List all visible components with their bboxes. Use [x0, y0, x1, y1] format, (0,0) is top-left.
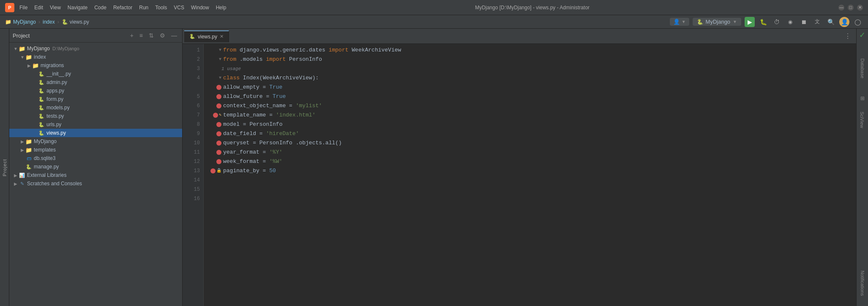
minimize-button[interactable]: —: [838, 5, 844, 11]
breadcrumb-label-views[interactable]: views.py: [70, 19, 89, 25]
project-panel-label[interactable]: Project: [2, 159, 7, 176]
breakpoint-15[interactable]: [210, 168, 216, 173]
breakpoint-11[interactable]: [216, 131, 221, 136]
tree-label-urls[interactable]: urls.py: [46, 122, 61, 127]
tree-item-form[interactable]: ▶ 🐍 form.py: [9, 95, 182, 103]
avatar-button[interactable]: 👤: [839, 17, 849, 27]
breadcrumb-index[interactable]: index: [43, 19, 55, 25]
tree-expand-index[interactable]: ▼: [19, 55, 25, 60]
tree-item-apps[interactable]: ▶ 🐍 apps.py: [9, 87, 182, 95]
menu-window[interactable]: Window: [191, 5, 209, 11]
tree-item-manage[interactable]: ▶ 🐍 manage.py: [9, 162, 182, 171]
notifications-button[interactable]: ◯: [853, 17, 863, 27]
tree-expand-migrations[interactable]: ▶: [26, 63, 32, 68]
tree-expand-mydjango[interactable]: ▼: [13, 46, 19, 51]
tree-expand-mydjango-sub[interactable]: ▶: [19, 139, 25, 144]
tree-item-mydjango-root[interactable]: ▼ 📁 MyDjango D:\MyDjango: [9, 44, 182, 53]
tree-expand-templates[interactable]: ▶: [19, 148, 25, 152]
tree-label-apps[interactable]: apps.py: [46, 88, 64, 94]
tree-label-admin[interactable]: admin.py: [46, 79, 67, 85]
breakpoint-7[interactable]: [216, 94, 221, 99]
tree-label-manage[interactable]: manage.py: [34, 164, 59, 170]
breadcrumb-views[interactable]: 🐍 views.py: [62, 19, 89, 25]
menu-view[interactable]: View: [50, 5, 61, 11]
maximize-button[interactable]: □: [848, 5, 854, 11]
menu-navigate[interactable]: Navigate: [68, 5, 87, 11]
add-new-button[interactable]: +: [128, 31, 135, 40]
stop-button[interactable]: ⏹: [799, 17, 809, 27]
expand-all-button[interactable]: ⇅: [147, 31, 156, 40]
menu-vcs[interactable]: VCS: [174, 5, 184, 11]
tab-more-button[interactable]: ⋮: [841, 32, 854, 40]
search-everywhere-button[interactable]: 🔍: [826, 17, 836, 27]
breakpoint-13[interactable]: [216, 150, 221, 155]
collapse-all-button[interactable]: ≡: [138, 31, 145, 40]
profile-btn[interactable]: 👤 ▼: [670, 18, 689, 26]
breakpoint-6[interactable]: [216, 85, 221, 90]
translate-button[interactable]: 文: [812, 17, 822, 27]
hide-panel-button[interactable]: —: [169, 31, 179, 40]
breadcrumb-label-index[interactable]: index: [43, 19, 55, 25]
breakpoint-9[interactable]: [213, 113, 218, 118]
tree-label-index[interactable]: index: [34, 54, 46, 60]
tree-item-db[interactable]: ▶ 🗃 db.sqlite3: [9, 154, 182, 162]
profile-run-button[interactable]: ⏱: [772, 17, 782, 27]
tree-label-mydjango-sub[interactable]: MyDjango: [34, 138, 57, 144]
token-str-index: 'index.html': [276, 112, 316, 118]
settings-button[interactable]: ⚙: [158, 31, 167, 40]
code-editor[interactable]: 1 2 3 4 · 5 6 7 8 9 10 11 12 13 14 15 16: [183, 44, 856, 306]
tree-label-scratches[interactable]: Scratches and Consoles: [27, 181, 82, 187]
breakpoint-10[interactable]: [216, 122, 221, 127]
code-content[interactable]: ▼ from django.views.generic.dates import…: [204, 44, 856, 306]
tree-label-form[interactable]: form.py: [46, 96, 63, 102]
tree-item-views[interactable]: ▶ 🐍 views.py: [9, 129, 182, 137]
menu-run[interactable]: Run: [139, 5, 148, 11]
breadcrumb-label-mydjango[interactable]: MyDjango: [13, 19, 36, 25]
tree-expand-scratches[interactable]: ▶: [13, 181, 19, 186]
tree-label-tests[interactable]: tests.py: [46, 113, 64, 119]
notifications-panel-toggle[interactable]: Notifications: [850, 262, 868, 304]
breakpoint-14[interactable]: [216, 159, 221, 164]
run-config-selector[interactable]: 🐍 MyDjango ▼: [693, 18, 741, 26]
breakpoint-8[interactable]: [216, 103, 221, 108]
tree-label-models[interactable]: models.py: [46, 105, 70, 111]
tree-item-admin[interactable]: ▶ 🐍 admin.py: [9, 78, 182, 87]
tree-item-external-libs[interactable]: ▶ 📊 External Libraries: [9, 171, 182, 179]
coverage-button[interactable]: ◉: [785, 17, 795, 27]
file-icon-form: 🐍: [38, 96, 45, 103]
tree-label-templates[interactable]: templates: [34, 147, 56, 153]
run-button[interactable]: ▶: [745, 17, 755, 27]
menu-edit[interactable]: Edit: [34, 5, 43, 11]
gutter-11: [209, 131, 221, 136]
tree-expand-external-libs[interactable]: ▶: [13, 173, 19, 178]
tree-label-migrations[interactable]: migrations: [41, 62, 64, 68]
project-panel-strip[interactable]: Project: [0, 29, 9, 306]
tree-item-init[interactable]: ▶ 🐍 __init__.py: [9, 70, 182, 78]
menu-file[interactable]: File: [19, 5, 27, 11]
tree-label-init[interactable]: __init__.py: [46, 71, 71, 77]
tree-item-mydjango-sub[interactable]: ▶ 📁 MyDjango: [9, 137, 182, 146]
tab-label-views[interactable]: views.py: [198, 34, 217, 40]
menu-refactor[interactable]: Refactor: [113, 5, 132, 11]
tree-item-scratches[interactable]: ▶ ✎ Scratches and Consoles: [9, 179, 182, 188]
tree-label-db[interactable]: db.sqlite3: [34, 155, 55, 161]
tree-label-mydjango[interactable]: MyDjango: [27, 46, 50, 51]
editor-tab-views[interactable]: 🐍 views.py ✕: [184, 30, 229, 42]
grid-icon[interactable]: ⊞: [860, 95, 865, 101]
menu-help[interactable]: Help: [216, 5, 227, 11]
tree-item-tests[interactable]: ▶ 🐍 tests.py: [9, 112, 182, 120]
breakpoint-12[interactable]: [216, 141, 221, 146]
tree-item-models[interactable]: ▶ 🐍 models.py: [9, 103, 182, 112]
menu-tools[interactable]: Tools: [155, 5, 167, 11]
breadcrumb-mydjango[interactable]: 📁 MyDjango: [5, 19, 36, 25]
tree-item-templates[interactable]: ▶ 📁 templates: [9, 146, 182, 154]
tree-label-external-libs[interactable]: External Libraries: [27, 172, 66, 178]
tree-item-urls[interactable]: ▶ 🐍 urls.py: [9, 120, 182, 129]
debug-button[interactable]: 🐛: [758, 17, 768, 27]
tree-item-migrations[interactable]: ▶ 📁 migrations: [9, 61, 182, 70]
close-button[interactable]: ✕: [857, 5, 863, 11]
tree-item-index[interactable]: ▼ 📁 index: [9, 53, 182, 61]
tab-close-views[interactable]: ✕: [220, 34, 224, 39]
tree-label-views[interactable]: views.py: [46, 130, 66, 136]
menu-code[interactable]: Code: [94, 5, 106, 11]
